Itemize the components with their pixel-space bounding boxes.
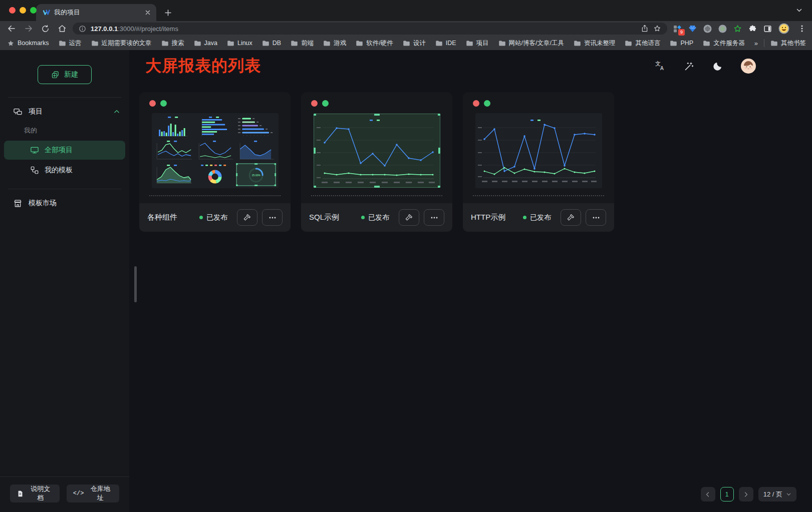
home-icon[interactable] xyxy=(58,24,67,33)
bookmark-folder[interactable]: PHP xyxy=(670,40,693,47)
magic-wand-icon[interactable] xyxy=(684,61,694,72)
bookmarks-root[interactable]: Bookmarks xyxy=(7,40,49,47)
bookmark-folder[interactable]: 前端 xyxy=(291,39,314,48)
hammer-icon xyxy=(405,213,413,222)
edit-project-button[interactable] xyxy=(237,209,257,226)
project-card[interactable]: 25.00% 各种组件 已发布 xyxy=(139,92,291,232)
chevron-down-icon xyxy=(786,491,791,497)
new-tab-button[interactable] xyxy=(161,6,174,19)
card-dashed-divider xyxy=(473,195,604,196)
language-translate-icon[interactable]: 文A xyxy=(655,61,666,72)
folder-icon xyxy=(291,40,298,47)
back-icon[interactable] xyxy=(7,24,16,33)
chevron-up-icon[interactable] xyxy=(113,108,120,115)
next-page-button[interactable] xyxy=(739,487,753,501)
extension-gem-icon[interactable] xyxy=(688,25,697,33)
reload-icon[interactable] xyxy=(41,25,50,33)
bookmark-folder[interactable]: Java xyxy=(194,40,217,47)
more-actions-button[interactable] xyxy=(424,209,444,226)
bookmark-folder[interactable]: 网站/博客/文章/工具 xyxy=(498,39,564,48)
sidebar-item-template-market[interactable]: 模板市场 xyxy=(0,193,129,213)
docs-button[interactable]: 说明文档 xyxy=(10,484,60,502)
extension-star-icon[interactable] xyxy=(733,25,742,33)
close-tab-icon[interactable] xyxy=(144,9,151,16)
extension-tab-manager-icon[interactable]: 9 xyxy=(673,25,682,33)
other-bookmarks-folder[interactable]: 其他书签 xyxy=(770,39,806,48)
more-actions-button[interactable] xyxy=(262,209,283,226)
tab-search-chevron-icon[interactable] xyxy=(795,7,803,14)
status-dot xyxy=(361,216,365,219)
bookmark-folder[interactable]: 运营 xyxy=(59,39,82,48)
card-dot-green xyxy=(484,100,490,107)
bookmark-folder[interactable]: 项目 xyxy=(466,39,489,48)
project-thumbnail: 25.00% xyxy=(152,113,279,188)
project-card[interactable]: SQL示例 已发布 xyxy=(301,92,452,232)
folder-icon xyxy=(59,40,66,47)
bookmark-folder[interactable]: 文件服务器 xyxy=(703,39,745,48)
page-size-select[interactable]: 12 / 页 xyxy=(758,487,796,501)
minimize-window-button[interactable] xyxy=(20,7,26,14)
new-project-button[interactable]: 新建 xyxy=(38,65,92,84)
bookmark-folder[interactable]: 游戏 xyxy=(323,39,346,48)
bookmark-folder[interactable]: Linux xyxy=(227,40,252,47)
mini-hbar-chart-multi xyxy=(236,115,276,138)
sidebar-item-all-projects[interactable]: 全部项目 xyxy=(4,141,125,160)
bookmark-folder[interactable]: 设计 xyxy=(403,39,426,48)
extension-record-icon[interactable] xyxy=(718,25,727,33)
forward-icon[interactable] xyxy=(24,24,33,33)
bookmark-folder[interactable]: IDE xyxy=(435,40,456,47)
document-icon xyxy=(17,490,24,497)
scrollbar-thumb[interactable] xyxy=(134,266,137,302)
url-text[interactable]: 127.0.0.1:3000/#/project/items xyxy=(91,25,178,33)
bookmark-folder[interactable]: 搜索 xyxy=(161,39,184,48)
bookmark-folder[interactable]: 软件/硬件 xyxy=(356,39,393,48)
user-avatar[interactable] xyxy=(741,59,756,74)
folder-icon xyxy=(161,40,169,47)
edit-project-button[interactable] xyxy=(399,209,419,226)
status-badge: 已发布 xyxy=(361,213,389,222)
hammer-icon xyxy=(243,213,251,222)
profile-emoji-icon[interactable] xyxy=(778,23,789,34)
dark-mode-moon-icon[interactable] xyxy=(712,61,723,72)
browser-tab[interactable]: 我的项目 xyxy=(36,4,156,21)
side-panel-icon[interactable] xyxy=(763,25,772,33)
prev-page-button[interactable] xyxy=(701,487,715,501)
mini-donut-chart xyxy=(195,163,235,186)
project-card[interactable]: HTTP示例 已发布 xyxy=(463,92,614,232)
star-icon xyxy=(7,40,15,47)
mini-line-chart xyxy=(195,139,235,162)
bookmarks-overflow-chevron[interactable]: » xyxy=(754,40,758,47)
bookmark-folder[interactable]: DB xyxy=(262,40,281,47)
mini-hbar-chart xyxy=(195,115,235,138)
hammer-icon xyxy=(567,213,575,222)
extensions-puzzle-icon[interactable] xyxy=(748,25,757,33)
browser-toolbar: 127.0.0.1:3000/#/project/items 9 xyxy=(0,21,812,36)
mini-area-chart-green xyxy=(154,163,194,186)
browser-menu-icon[interactable] xyxy=(798,25,806,33)
address-bar[interactable]: 127.0.0.1:3000/#/project/items xyxy=(73,23,667,35)
sidebar-label-mine: 我的 xyxy=(0,122,129,140)
share-icon[interactable] xyxy=(641,25,649,33)
bookmark-folder[interactable]: 其他语言 xyxy=(625,39,660,48)
pagination: 1 12 / 页 xyxy=(701,487,796,501)
close-window-button[interactable] xyxy=(9,7,16,14)
edit-project-button[interactable] xyxy=(561,209,581,226)
bookmark-folder[interactable]: 近期需要读的文章 xyxy=(91,39,152,48)
mini-bar-chart xyxy=(154,115,194,138)
bookmark-folder[interactable]: 资讯未整理 xyxy=(574,39,616,48)
extension-command-icon[interactable] xyxy=(703,25,712,33)
zoom-window-button[interactable] xyxy=(30,7,37,14)
project-title: 各种组件 xyxy=(147,213,199,222)
sidebar-group-project[interactable]: 项目 xyxy=(0,102,129,122)
sidebar-item-my-templates[interactable]: 我的模板 xyxy=(4,161,125,180)
bookmark-star-icon[interactable] xyxy=(653,25,661,33)
site-info-icon[interactable] xyxy=(79,25,86,33)
template-nodes-icon xyxy=(30,166,39,175)
more-actions-button[interactable] xyxy=(586,209,606,226)
status-dot xyxy=(199,216,203,219)
chevron-right-icon xyxy=(743,491,749,497)
sidebar: 新建 项目 我的 全部项目 我的模板 模板市场 说明文档 </ xyxy=(0,50,129,512)
page-number-button[interactable]: 1 xyxy=(720,487,734,501)
folder-icon xyxy=(466,40,473,47)
repo-button[interactable]: </> 仓库地址 xyxy=(67,484,119,502)
